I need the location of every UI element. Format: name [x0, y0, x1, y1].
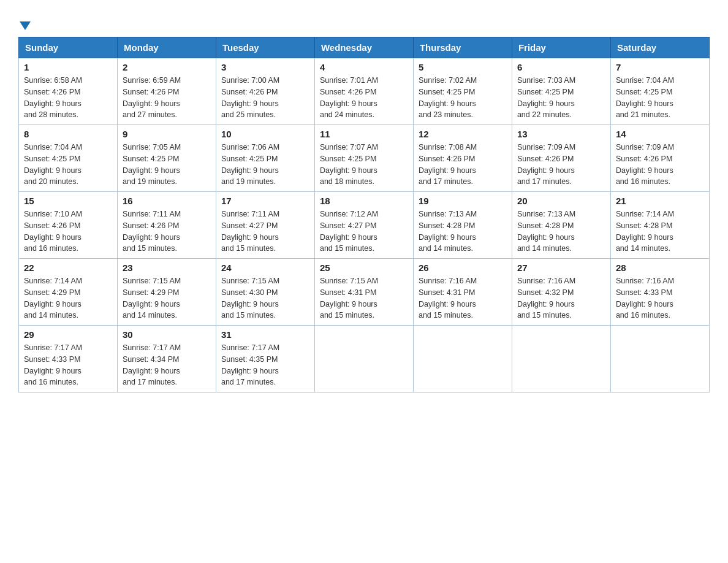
- day-number: 25: [320, 262, 408, 273]
- calendar-cell: 30 Sunrise: 7:17 AM Sunset: 4:34 PM Dayl…: [117, 326, 216, 393]
- day-info: Sunrise: 6:58 AM Sunset: 4:26 PM Dayligh…: [24, 75, 112, 121]
- day-number: 23: [123, 262, 211, 273]
- calendar-cell: 9 Sunrise: 7:05 AM Sunset: 4:25 PM Dayli…: [117, 125, 216, 192]
- day-number: 21: [616, 196, 704, 206]
- day-info: Sunrise: 7:15 AM Sunset: 4:29 PM Dayligh…: [123, 275, 211, 321]
- day-info: Sunrise: 7:01 AM Sunset: 4:26 PM Dayligh…: [320, 75, 408, 121]
- calendar-cell: 12 Sunrise: 7:08 AM Sunset: 4:26 PM Dayl…: [413, 125, 512, 192]
- header-thursday: Thursday: [413, 37, 512, 58]
- calendar-cell: 18 Sunrise: 7:12 AM Sunset: 4:27 PM Dayl…: [314, 192, 413, 259]
- page-header: [18, 12, 710, 31]
- day-number: 7: [616, 62, 704, 72]
- day-number: 28: [616, 262, 704, 273]
- day-info: Sunrise: 7:04 AM Sunset: 4:25 PM Dayligh…: [24, 142, 112, 188]
- day-info: Sunrise: 7:05 AM Sunset: 4:25 PM Dayligh…: [123, 142, 211, 188]
- day-number: 4: [320, 62, 408, 72]
- day-number: 13: [517, 129, 605, 139]
- calendar-cell: 17 Sunrise: 7:11 AM Sunset: 4:27 PM Dayl…: [216, 192, 314, 259]
- day-number: 2: [123, 62, 211, 72]
- day-number: 5: [419, 62, 507, 72]
- calendar-cell: 29 Sunrise: 7:17 AM Sunset: 4:33 PM Dayl…: [19, 326, 118, 393]
- day-number: 8: [24, 129, 112, 139]
- day-info: Sunrise: 7:12 AM Sunset: 4:27 PM Dayligh…: [320, 209, 408, 255]
- day-info: Sunrise: 7:15 AM Sunset: 4:30 PM Dayligh…: [221, 275, 309, 321]
- calendar-cell: 6 Sunrise: 7:03 AM Sunset: 4:25 PM Dayli…: [512, 58, 610, 125]
- calendar-week-row: 1 Sunrise: 6:58 AM Sunset: 4:26 PM Dayli…: [19, 58, 710, 125]
- day-number: 14: [616, 129, 704, 139]
- calendar-cell: 28 Sunrise: 7:16 AM Sunset: 4:33 PM Dayl…: [610, 259, 709, 326]
- calendar-cell: 20 Sunrise: 7:13 AM Sunset: 4:28 PM Dayl…: [512, 192, 610, 259]
- day-number: 22: [24, 262, 112, 273]
- calendar-week-row: 22 Sunrise: 7:14 AM Sunset: 4:29 PM Dayl…: [19, 259, 710, 326]
- day-info: Sunrise: 7:14 AM Sunset: 4:28 PM Dayligh…: [616, 209, 704, 255]
- day-number: 10: [221, 129, 309, 139]
- day-info: Sunrise: 7:10 AM Sunset: 4:26 PM Dayligh…: [24, 209, 112, 255]
- day-info: Sunrise: 7:09 AM Sunset: 4:26 PM Dayligh…: [616, 142, 704, 188]
- day-number: 30: [123, 329, 211, 340]
- calendar-week-row: 8 Sunrise: 7:04 AM Sunset: 4:25 PM Dayli…: [19, 125, 710, 192]
- day-info: Sunrise: 7:11 AM Sunset: 4:27 PM Dayligh…: [221, 209, 309, 255]
- header-saturday: Saturday: [610, 37, 709, 58]
- calendar-cell: 27 Sunrise: 7:16 AM Sunset: 4:32 PM Dayl…: [512, 259, 610, 326]
- day-info: Sunrise: 7:13 AM Sunset: 4:28 PM Dayligh…: [517, 209, 605, 255]
- day-number: 31: [221, 329, 309, 340]
- day-number: 18: [320, 196, 408, 206]
- day-info: Sunrise: 7:16 AM Sunset: 4:31 PM Dayligh…: [419, 275, 507, 321]
- calendar-cell: 14 Sunrise: 7:09 AM Sunset: 4:26 PM Dayl…: [610, 125, 709, 192]
- calendar-cell: 26 Sunrise: 7:16 AM Sunset: 4:31 PM Dayl…: [413, 259, 512, 326]
- calendar-cell: 25 Sunrise: 7:15 AM Sunset: 4:31 PM Dayl…: [314, 259, 413, 326]
- day-info: Sunrise: 7:00 AM Sunset: 4:26 PM Dayligh…: [221, 75, 309, 121]
- calendar-table: SundayMondayTuesdayWednesdayThursdayFrid…: [18, 37, 710, 393]
- header-wednesday: Wednesday: [314, 37, 413, 58]
- header-tuesday: Tuesday: [216, 37, 314, 58]
- day-number: 29: [24, 329, 112, 340]
- calendar-cell: [413, 326, 512, 393]
- day-number: 24: [221, 262, 309, 273]
- logo-triangle-icon: [20, 21, 31, 30]
- calendar-cell: 24 Sunrise: 7:15 AM Sunset: 4:30 PM Dayl…: [216, 259, 314, 326]
- logo-general-text: [18, 17, 31, 33]
- day-info: Sunrise: 7:09 AM Sunset: 4:26 PM Dayligh…: [517, 142, 605, 188]
- calendar-cell: [610, 326, 709, 393]
- calendar-cell: 5 Sunrise: 7:02 AM Sunset: 4:25 PM Dayli…: [413, 58, 512, 125]
- day-number: 15: [24, 196, 112, 206]
- day-info: Sunrise: 7:17 AM Sunset: 4:34 PM Dayligh…: [123, 342, 211, 388]
- calendar-cell: 22 Sunrise: 7:14 AM Sunset: 4:29 PM Dayl…: [19, 259, 118, 326]
- calendar-cell: [314, 326, 413, 393]
- day-number: 27: [517, 262, 605, 273]
- calendar-cell: 15 Sunrise: 7:10 AM Sunset: 4:26 PM Dayl…: [19, 192, 118, 259]
- calendar-cell: 11 Sunrise: 7:07 AM Sunset: 4:25 PM Dayl…: [314, 125, 413, 192]
- day-info: Sunrise: 7:11 AM Sunset: 4:26 PM Dayligh…: [123, 209, 211, 255]
- calendar-header-row: SundayMondayTuesdayWednesdayThursdayFrid…: [19, 37, 710, 58]
- day-number: 1: [24, 62, 112, 72]
- day-info: Sunrise: 7:15 AM Sunset: 4:31 PM Dayligh…: [320, 275, 408, 321]
- calendar-week-row: 29 Sunrise: 7:17 AM Sunset: 4:33 PM Dayl…: [19, 326, 710, 393]
- header-sunday: Sunday: [19, 37, 118, 58]
- calendar-cell: 10 Sunrise: 7:06 AM Sunset: 4:25 PM Dayl…: [216, 125, 314, 192]
- calendar-cell: 21 Sunrise: 7:14 AM Sunset: 4:28 PM Dayl…: [610, 192, 709, 259]
- day-number: 9: [123, 129, 211, 139]
- calendar-cell: 8 Sunrise: 7:04 AM Sunset: 4:25 PM Dayli…: [19, 125, 118, 192]
- header-friday: Friday: [512, 37, 610, 58]
- calendar-cell: 23 Sunrise: 7:15 AM Sunset: 4:29 PM Dayl…: [117, 259, 216, 326]
- day-info: Sunrise: 7:17 AM Sunset: 4:35 PM Dayligh…: [221, 342, 309, 388]
- calendar-cell: 13 Sunrise: 7:09 AM Sunset: 4:26 PM Dayl…: [512, 125, 610, 192]
- day-info: Sunrise: 7:13 AM Sunset: 4:28 PM Dayligh…: [419, 209, 507, 255]
- day-info: Sunrise: 7:16 AM Sunset: 4:33 PM Dayligh…: [616, 275, 704, 321]
- calendar-cell: 19 Sunrise: 7:13 AM Sunset: 4:28 PM Dayl…: [413, 192, 512, 259]
- day-number: 12: [419, 129, 507, 139]
- day-number: 26: [419, 262, 507, 273]
- day-info: Sunrise: 7:06 AM Sunset: 4:25 PM Dayligh…: [221, 142, 309, 188]
- day-info: Sunrise: 7:07 AM Sunset: 4:25 PM Dayligh…: [320, 142, 408, 188]
- calendar-cell: [512, 326, 610, 393]
- day-info: Sunrise: 7:03 AM Sunset: 4:25 PM Dayligh…: [517, 75, 605, 121]
- calendar-week-row: 15 Sunrise: 7:10 AM Sunset: 4:26 PM Dayl…: [19, 192, 710, 259]
- calendar-cell: 1 Sunrise: 6:58 AM Sunset: 4:26 PM Dayli…: [19, 58, 118, 125]
- day-info: Sunrise: 7:02 AM Sunset: 4:25 PM Dayligh…: [419, 75, 507, 121]
- logo: [18, 12, 31, 31]
- header-monday: Monday: [117, 37, 216, 58]
- calendar-cell: 7 Sunrise: 7:04 AM Sunset: 4:25 PM Dayli…: [610, 58, 709, 125]
- calendar-cell: 4 Sunrise: 7:01 AM Sunset: 4:26 PM Dayli…: [314, 58, 413, 125]
- calendar-cell: 16 Sunrise: 7:11 AM Sunset: 4:26 PM Dayl…: [117, 192, 216, 259]
- calendar-cell: 2 Sunrise: 6:59 AM Sunset: 4:26 PM Dayli…: [117, 58, 216, 125]
